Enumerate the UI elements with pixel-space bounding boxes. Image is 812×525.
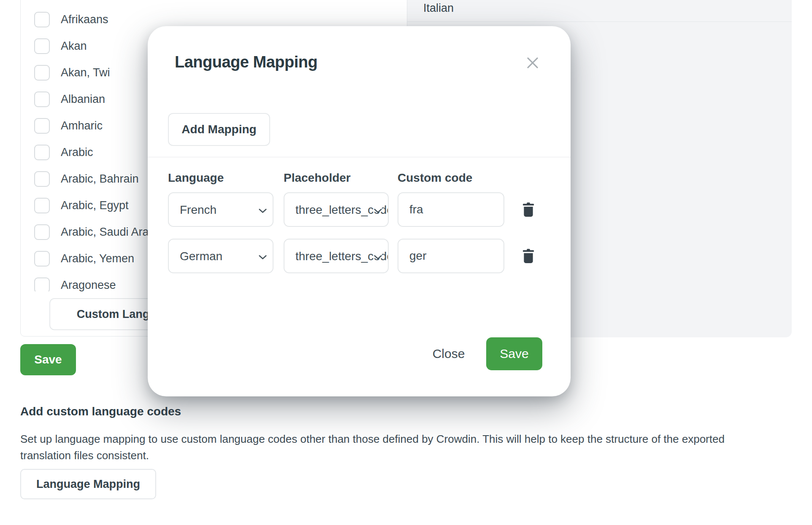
language-label: Afrikaans: [61, 13, 108, 26]
language-checkbox[interactable]: [34, 38, 50, 54]
placeholder-select[interactable]: three_letters_code: [284, 240, 388, 272]
placeholder-select-wrapper: three_letters_code: [284, 239, 389, 273]
trash-icon: [522, 202, 535, 218]
column-header-placeholder: Placeholder: [284, 171, 351, 185]
page-save-label: Save: [34, 353, 62, 366]
selected-language-item[interactable]: Italian: [407, 0, 792, 22]
language-mapping-modal: Language Mapping Add Mapping Language Pl…: [148, 26, 571, 396]
column-header-custom-code: Custom code: [398, 171, 472, 185]
language-checkbox[interactable]: [34, 118, 50, 134]
language-select-wrapper: German: [168, 239, 273, 273]
selected-language-label: Italian: [423, 2, 454, 15]
language-checkbox[interactable]: [34, 277, 50, 291]
page: Afrikaans Akan Akan, Twi Albanian Amhari…: [0, 0, 812, 525]
modal-title: Language Mapping: [175, 53, 317, 71]
language-label: Akan: [61, 40, 87, 53]
language-checkbox[interactable]: [34, 198, 50, 213]
placeholder-select[interactable]: three_letters_code: [284, 193, 388, 226]
language-checkbox[interactable]: [34, 65, 50, 81]
language-select[interactable]: German: [169, 240, 273, 272]
language-checkbox[interactable]: [34, 145, 50, 160]
language-select[interactable]: French: [169, 193, 273, 226]
language-label: Arabic, Bahrain: [61, 172, 139, 186]
language-label: Arabic, Egypt: [61, 199, 129, 212]
language-mapping-button[interactable]: Language Mapping: [20, 469, 156, 499]
modal-close-footer-button[interactable]: Close: [421, 337, 476, 370]
language-label: Amharic: [61, 119, 103, 132]
placeholder-select-wrapper: three_letters_code: [284, 192, 389, 227]
language-checkbox[interactable]: [34, 251, 50, 267]
custom-code-input[interactable]: [398, 240, 503, 272]
language-checkbox[interactable]: [34, 12, 50, 27]
language-label: Arabic, Yemen: [61, 252, 134, 265]
add-mapping-label: Add Mapping: [181, 123, 256, 136]
language-label: Akan, Twi: [61, 66, 110, 79]
modal-save-button[interactable]: Save: [486, 337, 542, 370]
language-checkbox[interactable]: [34, 171, 50, 187]
delete-mapping-button[interactable]: [520, 247, 537, 266]
language-label: Aragonese: [61, 279, 116, 291]
language-label: Albanian: [61, 93, 105, 106]
close-icon: [525, 55, 541, 72]
modal-close-label: Close: [433, 347, 465, 361]
delete-mapping-button[interactable]: [520, 201, 537, 219]
add-mapping-button[interactable]: Add Mapping: [168, 113, 270, 146]
language-select-wrapper: French: [168, 192, 273, 227]
divider: [148, 157, 571, 157]
custom-code-input-wrapper: [398, 192, 504, 227]
modal-save-label: Save: [500, 347, 528, 361]
trash-icon: [522, 248, 535, 265]
language-checkbox[interactable]: [34, 224, 50, 240]
page-save-button[interactable]: Save: [20, 344, 76, 375]
section-description: Set up language mapping to use custom la…: [20, 431, 760, 464]
section-heading: Add custom language codes: [20, 405, 181, 418]
custom-code-input[interactable]: [398, 193, 503, 226]
language-checkbox[interactable]: [34, 92, 50, 107]
language-label: Arabic: [61, 146, 93, 159]
language-mapping-button-label: Language Mapping: [36, 478, 140, 491]
column-header-language: Language: [168, 171, 224, 185]
modal-close-button[interactable]: [522, 53, 543, 73]
custom-code-input-wrapper: [398, 239, 504, 273]
